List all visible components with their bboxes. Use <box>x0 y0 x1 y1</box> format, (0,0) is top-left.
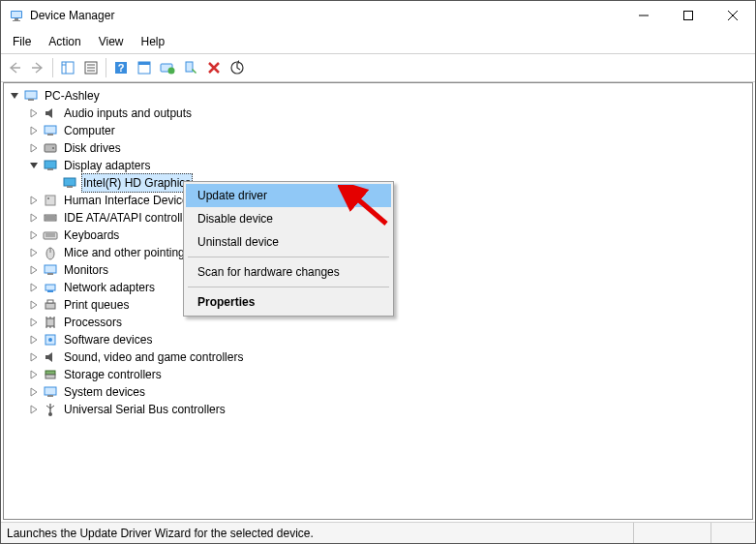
expand-toggle[interactable] <box>27 281 41 294</box>
svg-rect-45 <box>45 285 55 290</box>
category-label: Disk drives <box>62 139 123 157</box>
ctx-scan-hardware[interactable]: Scan for hardware changes <box>186 260 391 284</box>
svg-rect-1 <box>12 12 21 17</box>
category-label: Computer <box>62 122 117 139</box>
menu-help[interactable]: Help <box>134 32 173 51</box>
svg-rect-27 <box>45 144 56 152</box>
expand-toggle[interactable] <box>27 403 41 416</box>
titlebar: Device Manager <box>1 1 755 30</box>
statusbar: Launches the Update Driver Wizard for th… <box>1 522 755 543</box>
tree-category-display-adapters[interactable]: Display adapters <box>4 157 752 174</box>
svg-text:?: ? <box>118 62 125 74</box>
category-label: Storage controllers <box>62 366 164 383</box>
category-label: System devices <box>62 383 147 401</box>
back-button[interactable] <box>3 56 26 79</box>
svg-rect-58 <box>45 371 55 375</box>
tree-category[interactable]: Computer <box>4 122 752 139</box>
svg-rect-26 <box>47 134 53 136</box>
tree-category[interactable]: Storage controllers <box>4 366 752 383</box>
expand-toggle[interactable] <box>27 350 41 364</box>
scan-hardware-button[interactable] <box>226 56 249 79</box>
expand-toggle[interactable] <box>27 333 41 347</box>
svg-rect-2 <box>15 18 18 20</box>
enable-device-button[interactable] <box>179 56 202 79</box>
svg-point-28 <box>52 147 54 149</box>
expand-toggle[interactable] <box>27 211 41 225</box>
computer-icon <box>43 123 58 138</box>
svg-rect-30 <box>47 168 53 170</box>
monitor-icon <box>43 262 58 278</box>
ctx-properties[interactable]: Properties <box>186 290 391 314</box>
window-title: Device Manager <box>30 9 621 22</box>
category-label: Universal Serial Bus controllers <box>62 401 227 418</box>
network-icon <box>43 280 58 295</box>
properties-button[interactable] <box>79 56 103 79</box>
expand-toggle[interactable] <box>8 89 21 103</box>
svg-rect-21 <box>186 62 193 72</box>
tree-category[interactable]: Disk drives <box>4 139 752 157</box>
device-tree[interactable]: PC-Ashley Audio inputs and outputs Compu… <box>3 82 753 520</box>
maximize-button[interactable] <box>666 1 711 30</box>
ctx-uninstall-device[interactable]: Uninstall device <box>186 230 391 254</box>
svg-rect-5 <box>684 12 693 20</box>
menubar: File Action View Help <box>1 30 755 53</box>
tree-category[interactable]: Software devices <box>4 331 752 348</box>
tree-root[interactable]: PC-Ashley <box>4 87 752 105</box>
tree-category[interactable]: Universal Serial Bus controllers <box>4 401 752 418</box>
mouse-icon <box>43 245 58 260</box>
svg-rect-35 <box>45 215 56 221</box>
svg-rect-48 <box>47 300 53 303</box>
root-label: PC-Ashley <box>43 87 102 105</box>
uninstall-device-button[interactable] <box>202 56 226 79</box>
svg-rect-18 <box>138 62 150 65</box>
forward-button[interactable] <box>26 56 49 79</box>
toolbar: ? <box>1 53 755 82</box>
sound-icon <box>43 349 58 365</box>
expand-toggle[interactable] <box>27 263 41 277</box>
close-button[interactable] <box>711 1 755 30</box>
expand-toggle[interactable] <box>27 316 41 329</box>
svg-rect-24 <box>28 99 34 101</box>
tree-category[interactable]: Sound, video and game controllers <box>4 348 752 366</box>
disk-icon <box>43 140 58 156</box>
update-driver-button[interactable] <box>156 56 179 79</box>
expand-toggle[interactable] <box>27 228 41 242</box>
expand-toggle[interactable] <box>27 385 41 399</box>
device-label: Intel(R) HD Graphics <box>81 173 193 193</box>
expand-toggle[interactable] <box>27 298 41 312</box>
svg-rect-43 <box>45 265 56 273</box>
expand-toggle[interactable] <box>27 194 41 207</box>
category-label: Human Interface Devices <box>62 192 197 209</box>
svg-rect-23 <box>25 91 37 99</box>
expand-toggle[interactable] <box>27 159 41 172</box>
expand-toggle[interactable] <box>27 141 41 155</box>
expand-toggle[interactable] <box>27 106 41 120</box>
svg-rect-49 <box>46 318 54 326</box>
show-hide-tree-button[interactable] <box>56 56 79 79</box>
svg-rect-29 <box>45 161 56 168</box>
tree-category[interactable]: Audio inputs and outputs <box>4 105 752 122</box>
category-label: Sound, video and game controllers <box>62 348 245 366</box>
svg-rect-34 <box>47 197 49 199</box>
expand-toggle[interactable] <box>27 368 41 381</box>
details-button[interactable] <box>133 56 156 79</box>
help-button[interactable]: ? <box>109 56 133 79</box>
tree-category[interactable]: System devices <box>4 383 752 401</box>
svg-rect-33 <box>45 196 55 205</box>
menu-action[interactable]: Action <box>41 32 88 51</box>
menu-file[interactable]: File <box>5 32 39 51</box>
processor-icon <box>43 315 58 330</box>
ctx-separator <box>188 257 389 257</box>
minimize-button[interactable] <box>621 1 666 30</box>
svg-rect-44 <box>47 273 53 275</box>
window-controls <box>621 1 755 30</box>
annotation-arrow-icon <box>338 185 396 233</box>
ctx-separator <box>188 287 389 287</box>
svg-rect-8 <box>62 62 74 74</box>
expand-toggle[interactable] <box>27 246 41 259</box>
category-label: Keyboards <box>62 227 121 244</box>
keyboard-icon <box>43 227 58 243</box>
svg-rect-3 <box>13 20 20 21</box>
expand-toggle[interactable] <box>27 124 41 137</box>
menu-view[interactable]: View <box>91 32 132 51</box>
